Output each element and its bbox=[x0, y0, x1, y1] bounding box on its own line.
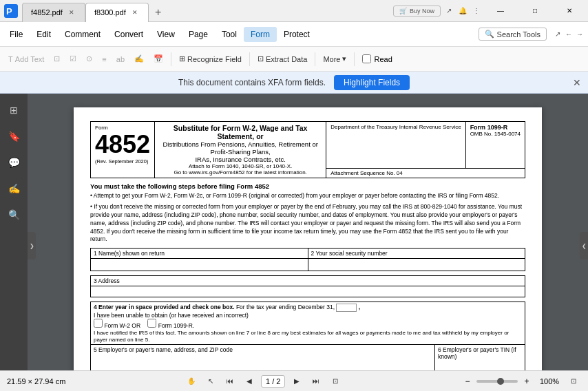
page-number-indicator[interactable]: 1 / 2 bbox=[261, 375, 285, 388]
field4-notify: I have notified the IRS of this fact. Th… bbox=[94, 330, 509, 343]
select-field-btn[interactable]: ⊡ bbox=[50, 52, 64, 65]
add-text-icon: T bbox=[8, 55, 13, 63]
zoom-controls: − + 100% ⊡ bbox=[461, 374, 581, 389]
text-field-btn[interactable]: ab bbox=[112, 53, 129, 65]
back-icon[interactable]: ← bbox=[563, 29, 574, 40]
circle-icon: ⊙ bbox=[86, 54, 92, 63]
status-bar: 21.59 × 27.94 cm ✋ ↖ ⏮ ◀ 1 / 2 ▶ ⏭ ⊡ − +… bbox=[0, 370, 588, 391]
more-options-icon[interactable]: ⋮ bbox=[471, 6, 482, 17]
zoom-out-btn[interactable]: − bbox=[461, 375, 474, 388]
zoom-fit-btn[interactable]: ⊡ bbox=[566, 374, 581, 389]
omb-number: OMB No. 1545-0074 bbox=[470, 131, 521, 137]
toolbar-sep4 bbox=[354, 52, 355, 66]
buy-now-icon[interactable]: 🛒 Buy Now bbox=[393, 6, 441, 17]
highlight-fields-button[interactable]: Highlight Fields bbox=[334, 75, 410, 90]
field6-label: 6 Employer's or payer's TIN (if known) bbox=[438, 346, 522, 360]
app-icon: P bbox=[0, 0, 22, 22]
menu-tool[interactable]: Tool bbox=[215, 27, 244, 42]
menu-comment[interactable]: Comment bbox=[58, 27, 107, 42]
date-btn[interactable]: 📅 bbox=[149, 52, 167, 65]
title-bar: P f4852.pdf ✕ f8300.pdf ✕ + 🛒 Buy Now ↗ … bbox=[0, 0, 588, 22]
forward-icon[interactable]: → bbox=[574, 29, 585, 40]
form-title1: Substitute for Form W-2, Wage and Tax St… bbox=[159, 124, 322, 140]
fit-page-btn[interactable]: ⊡ bbox=[328, 374, 343, 389]
form-toolbar: T Add Text ⊡ ☑ ⊙ ≡ ab ✍ 📅 ⊞ Recognize Fi… bbox=[0, 47, 588, 72]
tab-f8300-close[interactable]: ✕ bbox=[130, 8, 140, 17]
extract-data-btn[interactable]: ⊡ Extract Data bbox=[253, 52, 312, 65]
maximize-button[interactable]: □ bbox=[519, 0, 551, 22]
comments-panel-icon[interactable]: 💬 bbox=[3, 151, 25, 173]
close-button[interactable]: ✕ bbox=[554, 0, 585, 22]
search-tools-btn[interactable]: 🔍 Search Tools bbox=[479, 28, 547, 41]
first-page-btn[interactable]: ⏮ bbox=[222, 374, 238, 389]
page-size-label: 21.59 × 27.94 cm bbox=[7, 377, 65, 385]
xfa-message: This document contains XFA form fields. bbox=[178, 78, 326, 87]
toolbar-sep3 bbox=[315, 52, 315, 66]
last-page-btn[interactable]: ⏭ bbox=[308, 374, 324, 389]
menu-edit[interactable]: Edit bbox=[30, 27, 58, 42]
form-title2: Distributions From Pensions, Annuities, … bbox=[159, 140, 322, 156]
field4-label: 4 Enter year in space provided and check… bbox=[94, 304, 235, 311]
sign-btn[interactable]: ✍ bbox=[130, 52, 148, 65]
field1-input[interactable] bbox=[91, 259, 308, 271]
date-icon: 📅 bbox=[154, 54, 163, 63]
field6-input[interactable] bbox=[438, 360, 522, 370]
signatures-panel-icon[interactable]: ✍ bbox=[3, 178, 25, 200]
field3-table: 3 Address bbox=[90, 275, 525, 297]
tab-f4852-close[interactable]: ✕ bbox=[67, 8, 76, 17]
menu-form[interactable]: Form bbox=[244, 27, 277, 42]
recognize-field-btn[interactable]: ⊞ Recognize Field bbox=[175, 52, 246, 65]
tab-f4852-label: f4852.pdf bbox=[31, 8, 63, 17]
menu-protect[interactable]: Protect bbox=[277, 27, 317, 42]
checkbox-btn[interactable]: ☑ bbox=[65, 52, 81, 65]
field5-input[interactable] bbox=[94, 353, 432, 364]
dept-label: Department of the Treasury Internal Reve… bbox=[330, 124, 461, 130]
field2-input[interactable] bbox=[308, 259, 525, 271]
zoom-slider[interactable] bbox=[476, 380, 518, 383]
field56-row: 5 Employer's or payer's name, address, a… bbox=[90, 345, 525, 370]
add-text-btn[interactable]: T Add Text bbox=[4, 53, 48, 65]
menu-view[interactable]: View bbox=[150, 27, 182, 42]
tab-f8300[interactable]: f8300.pdf ✕ bbox=[85, 3, 149, 22]
tab-f4852[interactable]: f4852.pdf ✕ bbox=[22, 3, 85, 22]
search-panel-icon[interactable]: 🔍 bbox=[3, 204, 25, 226]
1099-checkbox[interactable] bbox=[147, 319, 156, 328]
extract-icon: ⊡ bbox=[258, 54, 264, 63]
left-panel-collapse[interactable]: ❯ bbox=[28, 232, 36, 260]
title-bar-left: P f4852.pdf ✕ f8300.pdf ✕ + bbox=[0, 0, 393, 22]
field4-sub: For the tax year ending December 31, bbox=[236, 304, 335, 311]
new-tab-button[interactable]: + bbox=[149, 3, 168, 22]
prev-page-btn[interactable]: ◀ bbox=[242, 374, 257, 389]
navigation-controls: ✋ ↖ ⏮ ◀ 1 / 2 ▶ ⏭ ⊡ bbox=[184, 374, 343, 389]
w2-checkbox[interactable] bbox=[94, 319, 103, 328]
circle-btn[interactable]: ⊙ bbox=[82, 52, 96, 65]
select-tool-btn[interactable]: ↖ bbox=[203, 374, 218, 389]
bookmarks-panel-icon[interactable]: 🔖 bbox=[3, 125, 25, 147]
external-link-icon[interactable]: ↗ bbox=[552, 29, 563, 40]
minimize-button[interactable]: — bbox=[485, 0, 516, 22]
more-btn[interactable]: More ▾ bbox=[319, 52, 350, 65]
bullet2-text: • If you don't receive the missing or co… bbox=[90, 203, 525, 244]
pages-panel-icon[interactable]: ⊞ bbox=[3, 99, 25, 121]
menu-page[interactable]: Page bbox=[182, 27, 215, 42]
hand-tool-btn[interactable]: ✋ bbox=[184, 374, 199, 389]
field4-year-input[interactable] bbox=[336, 304, 357, 312]
zoom-in-btn[interactable]: + bbox=[521, 375, 533, 388]
menu-convert[interactable]: Convert bbox=[107, 27, 150, 42]
search-tools-icon: 🔍 bbox=[485, 30, 494, 39]
list-btn[interactable]: ≡ bbox=[98, 53, 110, 65]
notification-icon[interactable]: 🔔 bbox=[457, 6, 468, 17]
read-checkbox[interactable] bbox=[362, 54, 371, 63]
zoom-slider-thumb[interactable] bbox=[497, 378, 504, 385]
title-bar-controls: 🛒 Buy Now ↗ 🔔 ⋮ — □ ✕ bbox=[393, 0, 588, 22]
xfa-close-button[interactable]: ✕ bbox=[573, 77, 581, 88]
form-title3: IRAs, Insurance Contracts, etc. bbox=[159, 156, 322, 163]
field3-input[interactable] bbox=[91, 286, 525, 297]
page-content: Form 4852 (Rev. September 2020) Substitu… bbox=[74, 107, 542, 370]
menu-file[interactable]: File bbox=[3, 27, 30, 42]
share-icon[interactable]: ↗ bbox=[443, 6, 454, 17]
toolbar-sep2 bbox=[249, 52, 250, 66]
field3-label: 3 Address bbox=[91, 276, 525, 286]
right-panel-collapse[interactable]: ❮ bbox=[580, 232, 588, 260]
next-page-btn[interactable]: ▶ bbox=[289, 374, 304, 389]
